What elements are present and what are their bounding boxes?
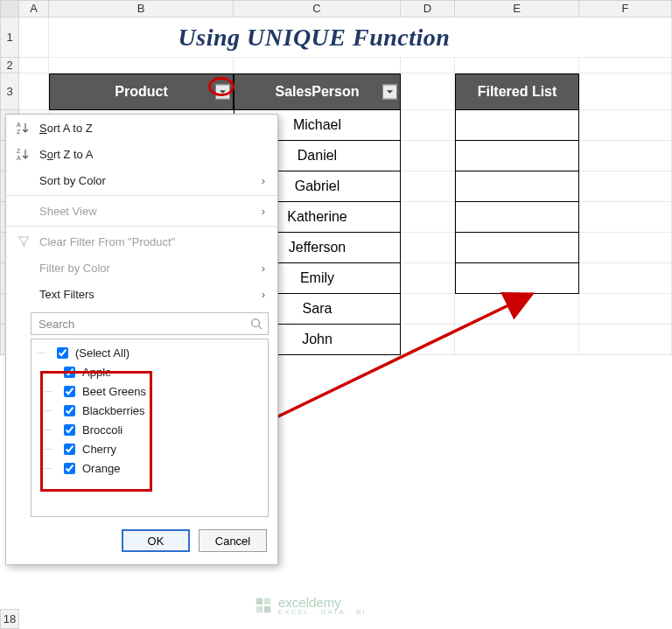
cell[interactable] [401, 325, 455, 355]
col-header-b[interactable]: B [49, 0, 234, 17]
col-header-c[interactable]: C [234, 0, 401, 17]
sort-az-icon: AZ [15, 121, 32, 135]
header-salesperson-label: SalesPerson [275, 84, 359, 100]
menu-clear-filter-label: Clear Filter From "Product" [39, 235, 175, 248]
svg-rect-8 [264, 598, 270, 605]
row-3: 3 Product SalesPerson Filtered List [0, 73, 672, 110]
cell-a2[interactable] [19, 58, 49, 73]
svg-rect-7 [256, 598, 262, 605]
cell-f1[interactable] [579, 17, 672, 58]
filter-menu: AZ Sort A to Z ZA Sort Z to A Sort by Co… [5, 114, 278, 565]
tree-connector: ⋯ [37, 348, 49, 358]
cell-filtered[interactable] [455, 171, 579, 202]
svg-text:A: A [17, 155, 21, 161]
menu-sort-color-label: Sort by Color [39, 174, 106, 187]
svg-text:A: A [17, 122, 21, 128]
cell-b2[interactable] [49, 58, 234, 73]
header-product[interactable]: Product [49, 73, 234, 110]
cell[interactable] [579, 233, 672, 263]
cell[interactable] [401, 263, 455, 294]
chevron-right-icon: › [262, 205, 265, 218]
cell-a1[interactable] [19, 17, 49, 58]
checkbox[interactable] [57, 347, 68, 359]
col-header-e[interactable]: E [455, 0, 579, 17]
menu-text-filters[interactable]: Text Filters › [6, 281, 277, 307]
search-icon [250, 318, 262, 330]
row-header-18[interactable]: 18 [0, 609, 19, 629]
cell[interactable] [579, 263, 672, 294]
cancel-button[interactable]: Cancel [199, 529, 267, 552]
dialog-buttons: OK Cancel [6, 522, 277, 556]
cell-filtered[interactable] [455, 325, 579, 355]
annotation-red-box [40, 371, 152, 492]
menu-sheet-view-label: Sheet View [39, 205, 97, 218]
svg-line-5 [259, 326, 262, 330]
ok-button[interactable]: OK [122, 529, 190, 552]
menu-sort-color[interactable]: Sort by Color › [6, 167, 277, 193]
filter-check-item[interactable]: ⋯(Select All) [37, 343, 262, 362]
row-header-3[interactable]: 3 [0, 73, 19, 110]
menu-sort-az-label: Sort A to Z [39, 122, 93, 135]
col-header-d[interactable]: D [401, 0, 455, 17]
cell[interactable] [579, 171, 672, 202]
cell[interactable] [401, 171, 455, 202]
cell-e2[interactable] [455, 58, 579, 73]
chevron-right-icon: › [262, 288, 265, 301]
cell-f2[interactable] [579, 58, 672, 73]
cell[interactable] [579, 325, 672, 355]
cell-filtered[interactable] [455, 294, 579, 325]
menu-text-filters-label: Text Filters [39, 288, 94, 301]
menu-filter-color: Filter by Color › [6, 255, 277, 281]
svg-text:Z: Z [17, 148, 21, 154]
cell[interactable] [579, 110, 672, 141]
watermark: exceldemy EXCEL · DATA · BI [254, 595, 367, 616]
cell-filtered[interactable] [455, 233, 579, 263]
menu-sort-az[interactable]: AZ Sort A to Z [6, 115, 277, 141]
cell[interactable] [401, 233, 455, 263]
cell[interactable] [401, 141, 455, 171]
filter-button-salesperson[interactable] [382, 85, 397, 100]
menu-sort-za-label: Sort Z to A [39, 148, 93, 161]
cell[interactable] [579, 141, 672, 171]
annotation-circle [208, 77, 234, 96]
sort-za-icon: ZA [15, 147, 32, 161]
cell-filtered[interactable] [455, 263, 579, 294]
svg-text:Z: Z [17, 129, 21, 135]
select-all-corner[interactable] [0, 0, 19, 17]
row-header-1[interactable]: 1 [0, 17, 19, 58]
cell-a3[interactable] [19, 73, 49, 110]
cell[interactable] [579, 294, 672, 325]
watermark-tag: EXCEL · DATA · BI [278, 608, 367, 616]
cell-d2[interactable] [401, 58, 455, 73]
cell-filtered[interactable] [455, 110, 579, 141]
col-header-f[interactable]: F [579, 0, 672, 17]
cell-f3[interactable] [579, 73, 672, 110]
menu-sort-za[interactable]: ZA Sort Z to A [6, 141, 277, 167]
menu-sheet-view: Sheet View › [6, 198, 277, 224]
cell[interactable] [401, 202, 455, 233]
row-2: 2 [0, 58, 672, 73]
svg-rect-10 [264, 606, 270, 612]
page-title: Using UNIQUE Function [49, 17, 579, 58]
header-salesperson[interactable]: SalesPerson [234, 73, 401, 110]
cell[interactable] [579, 202, 672, 233]
header-product-label: Product [115, 84, 167, 100]
row-header-2[interactable]: 2 [0, 58, 19, 73]
cell-d3[interactable] [401, 73, 455, 110]
cell[interactable] [401, 110, 455, 141]
filter-search[interactable] [31, 312, 269, 335]
col-header-a[interactable]: A [19, 0, 49, 17]
cell-filtered[interactable] [455, 141, 579, 171]
chevron-right-icon: › [262, 262, 265, 275]
header-filtered[interactable]: Filtered List [455, 73, 579, 110]
cell[interactable] [401, 294, 455, 325]
filter-check-label: (Select All) [75, 346, 130, 360]
cell-c2[interactable] [234, 58, 401, 73]
funnel-clear-icon [15, 234, 32, 248]
row-1: 1 Using UNIQUE Function [0, 17, 672, 58]
menu-separator [6, 195, 277, 196]
svg-rect-9 [256, 606, 262, 612]
cell-filtered[interactable] [455, 202, 579, 233]
menu-clear-filter: Clear Filter From "Product" [6, 228, 277, 255]
search-input[interactable] [37, 317, 229, 332]
